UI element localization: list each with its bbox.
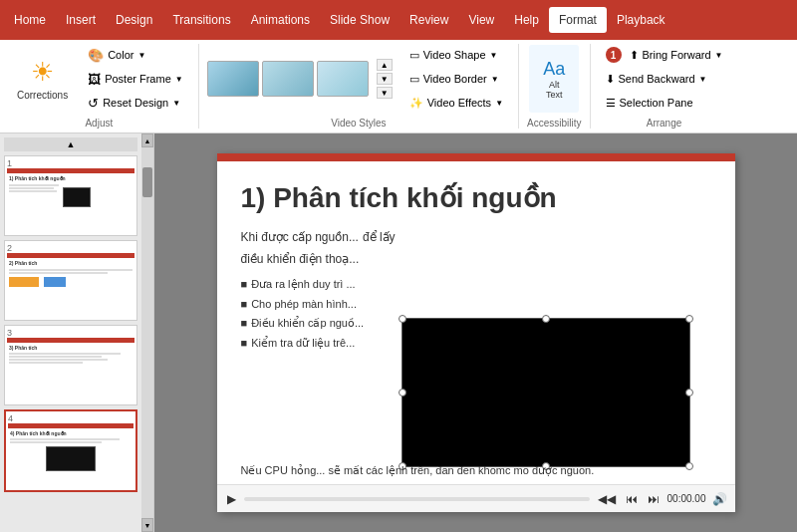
progress-bar[interactable] [244,497,590,501]
bullet-text-2: Cho phép màn hình... [251,296,357,313]
video-box[interactable] [401,318,690,467]
poster-dropdown-icon: ▼ [175,75,183,84]
video-scroll-down[interactable]: ▼ [377,73,393,85]
video-shape-icon: ▭ [409,49,419,62]
slide-number-1: 1 [7,158,12,168]
handle-ml[interactable] [398,389,406,397]
slide-thumb-4[interactable]: 4 4) Phân tích khối nguồn [4,409,137,492]
poster-frame-button[interactable]: 🖼 Poster Frame ▼ [81,68,190,90]
scrollbar-down-arrow[interactable]: ▼ [141,518,153,532]
main-area: ▲ 1 1) Phân tích khối nguồn [0,133,797,532]
handle-tr[interactable] [685,315,693,323]
slide-text-line2: điều khiển điện thoạ... [241,250,711,268]
slide-thumb-1[interactable]: 1 1) Phân tích khối nguồn [4,155,137,236]
bullet-text-4: Kiểm tra dữ liệu trê... [251,335,355,352]
sb-dropdown-icon: ▼ [699,75,707,84]
handle-mr[interactable] [685,389,693,397]
color-button[interactable]: 🎨 Color ▼ [81,44,190,66]
selection-pane-label: Selection Pane [620,97,693,109]
handle-tl[interactable] [398,315,406,323]
slide-thumb-inner-4: 4) Phân tích khối nguồn [8,423,133,488]
menu-animations[interactable]: Animations [241,7,320,33]
alt-text-button[interactable]: Aa AltText [529,45,579,113]
reset-dropdown-icon: ▼ [172,99,180,108]
accessibility-group-label: Accessibility [527,114,581,129]
video-scroll-more[interactable]: ▼ [377,87,393,99]
skip-forward-button[interactable]: ⏭ [646,490,662,508]
corrections-button[interactable]: ☀ Corrections [8,45,77,113]
menu-review[interactable]: Review [399,7,458,33]
menu-home[interactable]: Home [4,7,56,33]
menu-playback[interactable]: Playback [607,7,675,33]
accessibility-controls: Aa AltText [529,44,579,114]
menu-format[interactable]: Format [549,7,607,33]
bullet-text-1: Đưa ra lệnh duy trì ... [251,276,355,293]
video-scroll-buttons: ▲ ▼ ▼ [377,59,393,99]
rewind-button[interactable]: ◀◀ [596,490,618,508]
time-display: 00:00.00 [667,493,706,504]
slide-panel[interactable]: ▲ 1 1) Phân tích khối nguồn [0,133,141,532]
play-button[interactable]: ▶ [225,490,238,508]
ribbon-group-arrange: 1 ⬆ Bring Forward ▼ ⬇ Send Backward ▼ ☰ … [591,44,738,129]
menu-view[interactable]: View [458,7,504,33]
menu-help[interactable]: Help [504,7,549,33]
video-thumb-list [207,61,369,97]
skip-back-button[interactable]: ⏮ [624,490,640,508]
alt-text-label: AltText [546,80,563,100]
video-effects-button[interactable]: ✨ Video Effects ▼ [402,92,510,114]
vb-dropdown-icon: ▼ [491,75,499,84]
scrollbar-up-arrow[interactable]: ▲ [141,133,153,147]
slide-thumb-inner-3: 3) Phân tích [7,338,134,402]
menu-slideshow[interactable]: Slide Show [320,7,399,33]
slide-thumb-3[interactable]: 3 3) Phân tích [4,325,137,405]
reset-icon: ↺ [88,96,99,111]
panel-scrollbar: ▲ ▼ [141,133,153,532]
slide-canvas: 1) Phân tích khối nguồn Khi được cấp ngu… [217,153,735,512]
corrections-label: Corrections [17,90,68,101]
panel-scroll-up[interactable]: ▲ [4,137,137,151]
slide-thumb-inner-2: 2) Phân tích [7,253,134,318]
selection-pane-button[interactable]: ☰ Selection Pane [599,92,730,114]
ribbon: ☀ Corrections 🎨 Color ▼ 🖼 Poster Frame ▼… [0,40,797,133]
slide-top-bar [217,153,735,161]
menu-design[interactable]: Design [106,7,162,33]
handle-tm[interactable] [542,315,550,323]
menu-insert[interactable]: Insert [56,7,106,33]
alt-text-icon: Aa [543,59,565,80]
adjust-group-label: Adjust [85,114,113,129]
video-thumb-1[interactable] [207,61,259,97]
sun-icon: ☀ [31,57,54,88]
bullet-dot-3: ■ [241,315,248,332]
reset-design-button[interactable]: ↺ Reset Design ▼ [81,92,190,114]
volume-button[interactable]: 🔊 [712,492,727,506]
slide-text-line1: Khi được cấp nguồn...để lấy [241,228,711,246]
video-scroll-up[interactable]: ▲ [377,59,393,71]
menubar: Home Insert Design Transitions Animation… [0,0,797,40]
bring-forward-icon: ⬆ [630,49,639,62]
video-options-col: ▭ Video Shape ▼ ▭ Video Border ▼ ✨ Video… [402,44,510,114]
video-shape-button[interactable]: ▭ Video Shape ▼ [402,44,510,66]
send-backward-button[interactable]: ⬇ Send Backward ▼ [599,68,730,90]
slide-panel-container: ▲ 1 1) Phân tích khối nguồn [0,133,154,532]
menu-transitions[interactable]: Transitions [162,7,240,33]
slide-thumb-2[interactable]: 2 2) Phân tích [4,240,137,321]
video-thumb-2[interactable] [262,61,314,97]
ribbon-group-accessibility: Aa AltText Accessibility [519,44,590,129]
bring-forward-button[interactable]: 1 ⬆ Bring Forward ▼ [599,44,730,66]
adjust-col: 🎨 Color ▼ 🖼 Poster Frame ▼ ↺ Reset Desig… [81,44,190,114]
color-dropdown-icon: ▼ [137,51,145,60]
bring-forward-label: Bring Forward [643,49,711,61]
badge-1: 1 [606,47,622,63]
ribbon-group-adjust: ☀ Corrections 🎨 Color ▼ 🖼 Poster Frame ▼… [0,44,199,129]
ve-dropdown-icon: ▼ [495,99,503,108]
arrange-controls: 1 ⬆ Bring Forward ▼ ⬇ Send Backward ▼ ☰ … [599,44,730,114]
video-effects-icon: ✨ [409,97,423,110]
video-border-button[interactable]: ▭ Video Border ▼ [402,68,510,90]
scrollbar-thumb[interactable] [142,167,152,197]
bullet-dot-1: ■ [241,276,248,293]
video-controls-bar: ▶ ◀◀ ⏮ ⏭ 00:00.00 🔊 [217,484,735,512]
video-thumb-3[interactable] [317,61,369,97]
poster-frame-label: Poster Frame [105,73,171,85]
slide-bottom-text: Nếu CPU hỏng... sẽ mất các lệnh trên, đa… [241,464,711,477]
slide-bullet-1: ■ Đưa ra lệnh duy trì ... [241,276,711,293]
